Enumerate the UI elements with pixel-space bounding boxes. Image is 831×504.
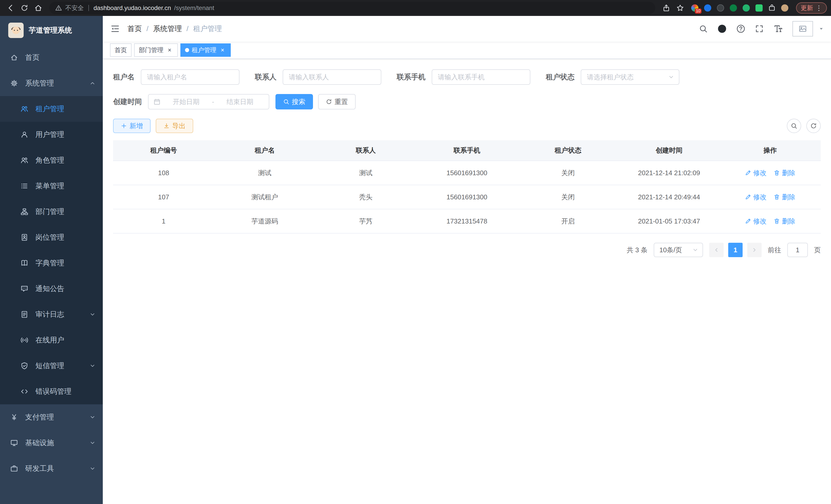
- colorwheel-extension-icon[interactable]: 10: [691, 4, 699, 12]
- goto-page-input[interactable]: [787, 243, 808, 257]
- cell-created: 2021-12-14 21:02:09: [619, 161, 719, 185]
- delete-link-label: 删除: [782, 169, 795, 178]
- avatar-caret-down-icon[interactable]: [819, 26, 824, 31]
- column-header: 联系人: [315, 140, 416, 161]
- delete-link-label: 删除: [782, 217, 795, 226]
- tenant-name-label: 租户名: [113, 72, 135, 82]
- green-circle-extension-icon[interactable]: [742, 4, 750, 12]
- sidebar-item-menu[interactable]: 菜单管理: [0, 173, 103, 199]
- tab-close-icon[interactable]: ×: [219, 47, 226, 54]
- sidebar-item-tenant[interactable]: 租户管理: [0, 96, 103, 122]
- export-button[interactable]: 导出: [156, 119, 193, 133]
- search-button[interactable]: 搜索: [276, 94, 313, 110]
- dark-globe-extension-icon[interactable]: [716, 4, 725, 12]
- contact-name-input[interactable]: [283, 69, 381, 85]
- sidebar-group-payment[interactable]: 支付管理: [0, 404, 103, 430]
- browser-back-button[interactable]: [4, 2, 17, 14]
- share-icon[interactable]: [660, 2, 673, 14]
- help-question-icon[interactable]: [737, 24, 745, 33]
- edit-link[interactable]: 修改: [745, 192, 767, 202]
- fullscreen-icon[interactable]: [755, 24, 764, 33]
- sidebar-item-error-code[interactable]: 错误码管理: [0, 379, 103, 404]
- sidebar-group-label: 基础设施: [25, 438, 54, 448]
- address-bar[interactable]: 不安全 dashboard.yudao.iocoder.cn /system/t…: [49, 2, 655, 14]
- toggle-search-icon-button[interactable]: [787, 119, 801, 133]
- not-secure-warning-icon: [55, 4, 62, 11]
- font-size-icon[interactable]: [773, 24, 783, 33]
- sidebar-fold-icon[interactable]: [103, 16, 127, 41]
- add-button[interactable]: 新增: [113, 119, 150, 133]
- browser-reload-button[interactable]: [18, 2, 31, 14]
- cell-tenant-id: 107: [113, 185, 214, 209]
- next-page-button[interactable]: [747, 243, 762, 257]
- tenant-table: 租户编号 租户名 联系人 联系手机 租户状态 创建时间 操作 108 测试: [113, 140, 821, 234]
- breadcrumb-home[interactable]: 首页: [127, 24, 142, 34]
- sidebar-group-label: 研发工具: [25, 464, 54, 473]
- filter-form-row-2: 创建时间 开始日期 - 结束日期 搜索 重置: [113, 94, 821, 110]
- start-date-placeholder: 开始日期: [163, 97, 210, 106]
- sidebar-item-label: 短信管理: [35, 361, 64, 371]
- sidebar-item-sms[interactable]: 短信管理: [0, 353, 103, 379]
- sidebar-group-devtools[interactable]: 研发工具: [0, 456, 103, 481]
- tenant-people-icon: [21, 105, 28, 113]
- sidebar-group-system[interactable]: 系统管理: [0, 70, 103, 96]
- header-search-icon[interactable]: [699, 24, 708, 33]
- contact-mobile-input[interactable]: [432, 69, 531, 85]
- column-header: 租户名: [214, 140, 315, 161]
- user-avatar[interactable]: [793, 21, 813, 36]
- dark-green-extension-icon[interactable]: [729, 4, 738, 12]
- tab-close-icon[interactable]: ×: [166, 47, 173, 54]
- gear-icon: [10, 79, 18, 87]
- refresh-table-button[interactable]: [806, 119, 821, 133]
- sidebar-item-dict[interactable]: 字典管理: [0, 250, 103, 276]
- green-chat-extension-icon[interactable]: [755, 4, 763, 12]
- browser-profile-avatar[interactable]: [781, 4, 789, 12]
- user-icon: [21, 131, 28, 139]
- page-number-button[interactable]: 1: [728, 243, 743, 257]
- extensions-puzzle-icon[interactable]: [768, 4, 776, 12]
- sidebar-group-infra[interactable]: 基础设施: [0, 430, 103, 456]
- sidebar-item-role[interactable]: 角色管理: [0, 147, 103, 173]
- tab-tenant[interactable]: 租户管理 ×: [180, 43, 231, 57]
- delete-link[interactable]: 删除: [774, 217, 795, 226]
- sidebar-item-notice[interactable]: 通知公告: [0, 276, 103, 302]
- create-time-range-picker[interactable]: 开始日期 - 结束日期: [148, 94, 269, 110]
- tenant-name-input[interactable]: [141, 69, 239, 85]
- column-header: 操作: [720, 140, 821, 161]
- column-header: 租户编号: [113, 140, 214, 161]
- page-size-select[interactable]: 10条/页: [654, 243, 703, 257]
- blue-shield-extension-icon[interactable]: [704, 4, 712, 12]
- chrome-update-button[interactable]: 更新 ⋮: [796, 2, 827, 13]
- app-title: 芋道管理系统: [29, 25, 72, 35]
- breadcrumb-system[interactable]: 系统管理: [153, 24, 182, 34]
- delete-link[interactable]: 删除: [774, 192, 795, 202]
- browser-home-button[interactable]: [32, 2, 45, 14]
- bookmark-star-icon[interactable]: [674, 2, 687, 14]
- edit-link[interactable]: 修改: [745, 169, 767, 178]
- sidebar-item-post[interactable]: 岗位管理: [0, 225, 103, 250]
- sidebar-item-label: 岗位管理: [35, 233, 64, 242]
- chrome-menu-icon[interactable]: ⋮: [815, 4, 822, 12]
- sidebar-item-audit-log[interactable]: 审计日志: [0, 302, 103, 327]
- sidebar-item-dept[interactable]: 部门管理: [0, 199, 103, 225]
- security-label: 不安全: [65, 4, 84, 12]
- reset-button[interactable]: 重置: [318, 94, 355, 110]
- sidebar-item-home[interactable]: 首页: [0, 45, 103, 70]
- date-range-separator: -: [212, 98, 214, 106]
- prev-page-button[interactable]: [709, 243, 724, 257]
- sidebar-item-online-user[interactable]: 在线用户: [0, 327, 103, 353]
- tenant-status-select[interactable]: 请选择租户状态: [581, 69, 679, 85]
- sidebar-item-user[interactable]: 用户管理: [0, 122, 103, 147]
- delete-link[interactable]: 删除: [774, 169, 795, 178]
- online-signal-icon: [21, 336, 28, 344]
- chevron-up-icon: [89, 80, 95, 86]
- edit-link[interactable]: 修改: [745, 217, 767, 226]
- tab-home[interactable]: 首页: [110, 43, 132, 57]
- sidebar-item-label: 在线用户: [35, 335, 64, 345]
- delete-link-label: 删除: [782, 192, 795, 202]
- table-header-row: 租户编号 租户名 联系人 联系手机 租户状态 创建时间 操作: [113, 140, 821, 161]
- github-icon[interactable]: [717, 24, 727, 33]
- tenant-status-label: 租户状态: [546, 72, 575, 82]
- cell-phone: 17321315478: [416, 209, 517, 233]
- tab-dept[interactable]: 部门管理 ×: [134, 43, 178, 57]
